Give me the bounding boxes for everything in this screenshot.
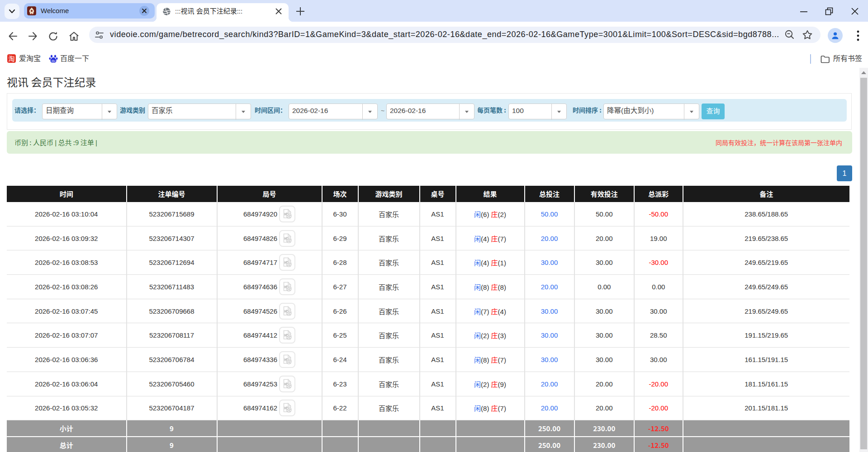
svg-text:du: du bbox=[52, 59, 55, 63]
